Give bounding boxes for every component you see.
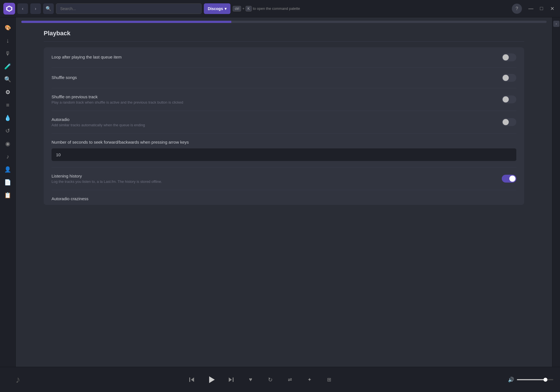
shuffle-songs-label: Shuffle songs [52, 75, 502, 80]
shuffle-songs-label-group: Shuffle songs [52, 75, 502, 81]
loop-label: Loop after playing the last queue item [52, 55, 502, 59]
sidebar-item-radio[interactable]: ◉ [2, 138, 14, 150]
wand-button[interactable]: ✦ [304, 374, 315, 386]
player-artwork: ♪ [7, 374, 29, 385]
sidebar-item-user[interactable]: 👤 [2, 164, 14, 175]
listening-history-setting-row: Listening history Log the tracks you lis… [52, 167, 516, 190]
next-button[interactable] [225, 374, 237, 386]
volume-slider[interactable] [517, 379, 553, 380]
autoradio-toggle-knob [503, 119, 509, 125]
svg-marker-3 [191, 377, 194, 382]
svg-rect-2 [189, 377, 190, 382]
help-button[interactable]: ? [512, 4, 522, 14]
topbar: ‹ › 🔍 Discogs ▾ ctrl + K to open the com… [0, 0, 560, 17]
sidebar-item-downloads[interactable]: ↓ [2, 35, 14, 46]
sidebar-item-mic[interactable]: 🎙 [2, 48, 14, 59]
sidebar-item-settings[interactable]: ⚙ [2, 86, 14, 98]
source-label: Discogs [208, 6, 223, 11]
scroll-indicator [21, 21, 547, 23]
listening-history-label-group: Listening history Log the tracks you lis… [52, 174, 502, 184]
sidebar-item-logs[interactable]: 📋 [2, 189, 14, 201]
source-arrow-icon: ▾ [225, 6, 227, 11]
svg-marker-4 [209, 376, 215, 383]
shuffle-previous-toggle[interactable] [502, 95, 516, 103]
window-controls: — □ ✕ [526, 4, 557, 13]
source-selector[interactable]: Discogs ▾ [204, 3, 230, 14]
minimize-button[interactable]: — [526, 4, 535, 13]
shuffle-songs-toggle[interactable] [502, 74, 516, 82]
sidebar-item-lab[interactable]: 🧪 [2, 60, 14, 72]
shuffle-songs-setting-row: Shuffle songs [52, 68, 516, 88]
back-button[interactable]: ‹ [17, 3, 28, 14]
shuffle-songs-toggle-knob [503, 75, 509, 81]
seek-seconds-label: Number of seconds to seek forward/backwa… [52, 140, 516, 144]
autoradio-setting-row: Autoradio Add similar tracks automatical… [52, 111, 516, 134]
sidebar-item-drops[interactable]: 💧 [2, 112, 14, 124]
bottom-player: ♪ ♥ ↻ ⇌ ✦ ⊞ 🔊 [0, 367, 560, 392]
prev-button[interactable] [186, 374, 198, 386]
loop-setting-row: Loop after playing the last queue item [52, 47, 516, 68]
sidebar-item-themes[interactable]: 🎨 [2, 22, 14, 34]
command-palette-hint: ctrl + K to open the command palette [233, 6, 300, 11]
loop-label-group: Loop after playing the last queue item [52, 55, 502, 60]
svg-marker-6 [229, 377, 232, 382]
repeat-button[interactable]: ↻ [264, 374, 276, 386]
plus-text: + [242, 6, 244, 11]
player-music-icon: ♪ [16, 374, 20, 385]
autoradio-label-group: Autoradio Add similar tracks automatical… [52, 117, 502, 127]
sidebar-item-history[interactable]: ↺ [2, 125, 14, 137]
play-button[interactable] [206, 374, 217, 386]
seek-seconds-input[interactable] [52, 148, 516, 161]
player-controls: ♥ ↻ ⇌ ✦ ⊞ [29, 374, 492, 386]
shuffle-previous-label: Shuffle on previous track [52, 94, 502, 99]
svg-rect-5 [233, 377, 234, 382]
sidebar-item-queue[interactable]: ≡ [2, 99, 14, 111]
listening-history-toggle[interactable] [502, 175, 516, 183]
settings-content: Playback Loop after playing the last que… [16, 23, 552, 212]
autoradio-craziness-setting-row: Autoradio craziness [52, 190, 516, 205]
shuffle-button[interactable]: ⇌ [284, 374, 296, 386]
title-divider [44, 41, 524, 42]
search-toggle-button[interactable]: 🔍 [43, 3, 54, 14]
autoradio-toggle[interactable] [502, 118, 516, 126]
shuffle-previous-description: Play a random track when shuffle is acti… [52, 100, 502, 104]
sidebar: 🎨 ↓ 🎙 🧪 🔍 ⚙ ≡ 💧 ↺ ◉ ♪ 👤 📄 📋 [0, 17, 16, 367]
seek-seconds-setting-row: Number of seconds to seek forward/backwa… [52, 134, 516, 167]
right-panel-toggle[interactable]: › [552, 17, 560, 367]
seek-seconds-label-group: Number of seconds to seek forward/backwa… [52, 140, 516, 146]
listening-history-label: Listening history [52, 174, 502, 178]
playback-settings-card: Loop after playing the last queue item S… [44, 47, 524, 205]
app-logo [3, 3, 15, 15]
listening-history-toggle-knob [509, 176, 515, 182]
autoradio-craziness-label: Autoradio craziness [52, 196, 516, 201]
loop-toggle[interactable] [502, 53, 516, 61]
shuffle-previous-label-group: Shuffle on previous track Play a random … [52, 94, 502, 104]
k-key: K [246, 6, 252, 11]
maximize-button[interactable]: □ [537, 4, 546, 13]
autoradio-label: Autoradio [52, 117, 502, 122]
close-button[interactable]: ✕ [548, 4, 557, 13]
sidebar-item-library[interactable]: 📄 [2, 176, 14, 188]
shuffle-previous-toggle-knob [503, 96, 509, 102]
sidebar-item-music[interactable]: ♪ [2, 151, 14, 162]
shuffle-previous-setting-row: Shuffle on previous track Play a random … [52, 88, 516, 111]
right-panel-toggle-icon: › [553, 21, 559, 27]
heart-button[interactable]: ♥ [245, 374, 256, 386]
volume-knob[interactable] [543, 378, 547, 382]
page-title: Playback [44, 30, 524, 37]
volume-fill [517, 379, 544, 380]
forward-button[interactable]: › [30, 3, 41, 14]
loop-toggle-knob [503, 54, 509, 60]
sidebar-item-search[interactable]: 🔍 [2, 73, 14, 85]
equalizer-button[interactable]: ⊞ [323, 374, 335, 386]
search-input[interactable] [56, 3, 202, 14]
main-area: 🎨 ↓ 🎙 🧪 🔍 ⚙ ≡ 💧 ↺ ◉ ♪ 👤 📄 📋 Playback Loo… [0, 17, 560, 367]
volume-icon: 🔊 [508, 377, 514, 383]
listening-history-description: Log the tracks you listen to, a la Last.… [52, 179, 502, 184]
ctrl-key: ctrl [233, 6, 241, 11]
content-area[interactable]: Playback Loop after playing the last que… [16, 17, 552, 367]
autoradio-description: Add similar tracks automatically when th… [52, 123, 502, 127]
player-volume: 🔊 [492, 377, 553, 383]
autoradio-craziness-label-group: Autoradio craziness [52, 196, 516, 202]
shortcut-description: to open the command palette [253, 6, 300, 11]
